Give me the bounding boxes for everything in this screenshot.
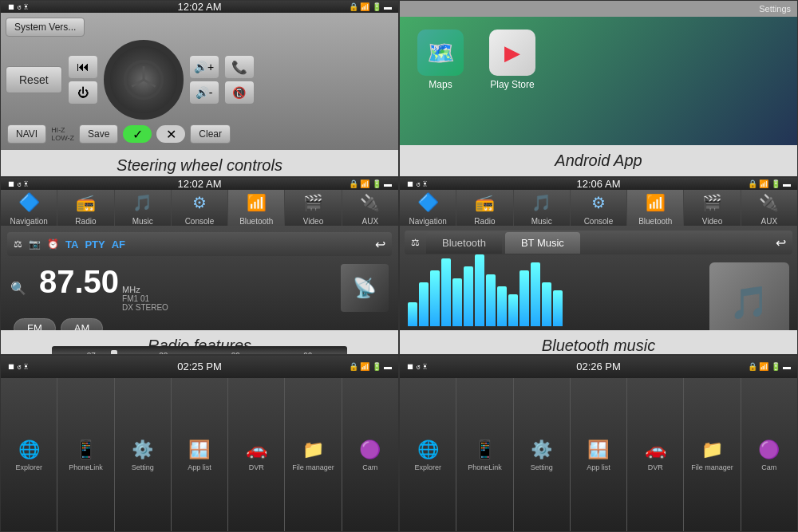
search-icon[interactable]: 🔍	[10, 281, 26, 296]
eq-bar	[486, 274, 496, 326]
br-explorer[interactable]: 🌐 Explorer	[400, 378, 456, 531]
br-cam-icon: 🟣	[757, 438, 781, 462]
bt-nav-bluetooth[interactable]: 📶 Bluetooth	[627, 190, 684, 226]
bt-status-left: ⏹ ↺ ☀	[406, 179, 427, 188]
vol-down-button[interactable]: 🔊-	[190, 81, 219, 104]
br-time: 02:26 PM	[576, 361, 621, 372]
bt-status-bar: ⏹ ↺ ☀ 12:06 AM 🔒 📶 🔋 ▬	[400, 178, 797, 190]
br-filemanager[interactable]: 📁 File manager	[684, 378, 741, 531]
bt-nav-navigation-label: Navigation	[409, 217, 447, 226]
af-label[interactable]: AF	[112, 238, 125, 250]
bluetooth-tab[interactable]: Bluetooth	[426, 232, 502, 254]
bt-nav-video-label: Video	[702, 217, 722, 226]
bt-nav-navigation[interactable]: 🔷 Navigation	[400, 190, 456, 226]
confirm-toggle[interactable]: ✓	[123, 125, 152, 143]
freq-slider[interactable]: 87 88 89 90	[52, 346, 347, 354]
aux-nav-icon: 🔌	[358, 190, 383, 215]
bt-nav-console[interactable]: ⚙ Console	[571, 190, 627, 226]
eq-icon: ⚖	[14, 238, 22, 250]
settings-strip: Settings	[400, 1, 797, 17]
bt-nav-music[interactable]: 🎵 Music	[514, 190, 571, 226]
bl-cam-label: Cam	[362, 463, 377, 471]
bl-dvr-label: DVR	[249, 463, 264, 471]
radio-status-bar: ⏹ ↺ ☀ 12:02 AM 🔒 📶 🔋 ▬	[1, 178, 398, 190]
bl-dvr[interactable]: 🚗 DVR	[228, 378, 285, 531]
maps-app-item[interactable]: 🗺️ Maps	[413, 30, 468, 90]
pty-label[interactable]: PTY	[85, 238, 105, 250]
bt-nav-video[interactable]: 🎬 Video	[684, 190, 741, 226]
android-app-panel: Settings 🗺️ Maps ▶ Play Store Android Ap…	[399, 0, 798, 177]
br-phonelink-icon: 📱	[472, 438, 496, 462]
setting-icon: ⚙️	[131, 438, 155, 462]
eq-bar	[508, 294, 518, 326]
eq-bar	[497, 286, 507, 326]
freq-display: 87.50 MHz FM1 01 DX STEREO	[39, 264, 168, 312]
nav-console[interactable]: ⚙ Console	[172, 190, 228, 226]
br-applist[interactable]: 🪟 App list	[571, 378, 627, 531]
bt-content-area: ⚖ Bluetooth BT Music ↩	[400, 226, 797, 329]
bl-setting[interactable]: ⚙️ Setting	[115, 378, 172, 531]
playstore-app-item[interactable]: ▶ Play Store	[484, 30, 540, 90]
br-filemanager-icon: 📁	[701, 438, 725, 462]
antenna-icon: 📡	[341, 264, 389, 312]
vol-up-button[interactable]: 🔊+	[190, 56, 219, 78]
freq-meta: MHz FM1 01 DX STEREO	[122, 285, 168, 312]
freq-sub: FM1 01	[122, 294, 168, 303]
ta-label[interactable]: TA	[65, 238, 78, 250]
br-setting-icon: ⚙️	[530, 438, 554, 462]
bt-music-tab[interactable]: BT Music	[505, 232, 580, 254]
bottom-left-status: ⏹ ↺ ☀ 02:25 PM 🔒 📶 🔋 ▬	[1, 356, 398, 378]
radio-content-area: ⚖ 📷 ⏰ TA PTY AF ↩ 🔍 87.50 MHz FM1 01 DX …	[1, 226, 398, 329]
navi-button[interactable]: NAVI	[7, 124, 46, 144]
phone-button[interactable]: 📞	[225, 56, 254, 78]
maps-icon: 🗺️	[417, 30, 464, 76]
br-cam[interactable]: 🟣 Cam	[741, 378, 797, 531]
save-button[interactable]: Save	[79, 124, 118, 144]
back-arrow-icon[interactable]: ↩	[375, 237, 385, 252]
bt-nav-aux[interactable]: 🔌 AUX	[741, 190, 797, 226]
video-nav-icon: 🎬	[301, 190, 326, 215]
br-setting[interactable]: ⚙️ Setting	[514, 378, 571, 531]
bt-navigation-icon: 🔷	[415, 190, 440, 215]
br-dvr[interactable]: 🚗 DVR	[627, 378, 684, 531]
prev-button[interactable]: ⏮	[69, 56, 97, 78]
bt-status-right: 🔒 📶 🔋 ▬	[748, 179, 791, 188]
end-call-button[interactable]: 📵	[225, 81, 254, 104]
bottom-right-status: ⏹ ↺ ☀ 02:26 PM 🔒 📶 🔋 ▬	[400, 356, 797, 378]
nav-aux[interactable]: 🔌 AUX	[342, 190, 398, 226]
bt-video-nav-icon: 🎬	[700, 190, 725, 215]
cam-icon: 📷	[29, 238, 41, 250]
bt-nav-radio[interactable]: 📻 Radio	[456, 190, 513, 226]
steering-wheel-caption: Steering wheel controls	[1, 150, 398, 177]
clear-button[interactable]: Clear	[190, 124, 231, 144]
phonelink-icon: 📱	[73, 438, 97, 462]
system-ver-button[interactable]: System Vers...	[6, 18, 85, 37]
nav-music[interactable]: 🎵 Music	[115, 190, 172, 226]
bl-cam[interactable]: 🟣 Cam	[342, 378, 398, 531]
bl-phonelink[interactable]: 📱 PhoneLink	[57, 378, 114, 531]
eq-bar	[419, 282, 429, 326]
freq-unit: MHz	[122, 285, 168, 294]
bl-phonelink-label: PhoneLink	[69, 463, 103, 471]
br-phonelink[interactable]: 📱 PhoneLink	[456, 378, 513, 531]
nav-video[interactable]: 🎬 Video	[285, 190, 342, 226]
nav-navigation[interactable]: 🔷 Navigation	[1, 190, 57, 226]
eq-bar	[553, 290, 563, 326]
br-dvr-icon: 🚗	[643, 438, 667, 462]
power-button[interactable]: ⏻	[69, 81, 97, 104]
bl-explorer[interactable]: 🌐 Explorer	[1, 378, 57, 531]
status-bar-top-left: ⏹ ↺ ☀ 12:02 AM 🔒 📶 🔋 ▬	[1, 1, 398, 13]
reset-button[interactable]: Reset	[6, 66, 62, 93]
bl-filemanager[interactable]: 📁 File manager	[285, 378, 342, 531]
bl-applist[interactable]: 🪟 App list	[172, 378, 228, 531]
nav-radio[interactable]: 📻 Radio	[57, 190, 114, 226]
music-icon: 🎵	[130, 190, 156, 215]
cancel-toggle[interactable]: ✕	[156, 125, 185, 143]
bt-back-icon[interactable]: ↩	[776, 235, 786, 250]
br-applist-icon: 🪟	[587, 438, 610, 462]
filemanager-icon: 📁	[302, 438, 326, 462]
bottom-right-app-bar: 🌐 Explorer 📱 PhoneLink ⚙️ Setting 🪟 App …	[400, 378, 797, 531]
nav-bluetooth-radio[interactable]: 📶 Bluetooth	[228, 190, 285, 226]
bt-toolbar: ⚖ Bluetooth BT Music ↩	[405, 231, 792, 254]
eq-bar	[475, 254, 484, 326]
